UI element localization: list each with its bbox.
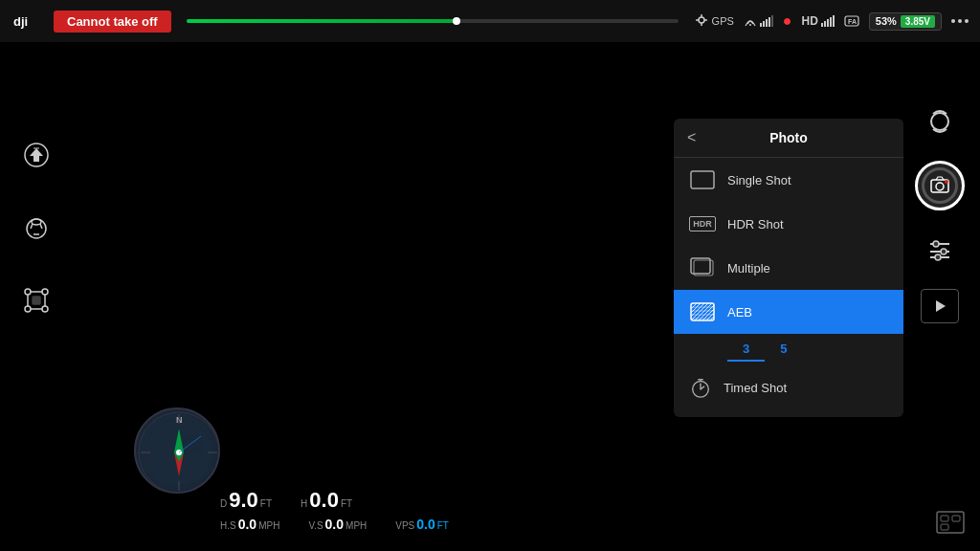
svg-text:FA: FA	[848, 18, 857, 25]
single-shot-label: Single Shot	[727, 173, 791, 187]
svg-point-27	[945, 180, 948, 184]
rc-signal	[744, 14, 773, 28]
hd-signal-bars	[821, 15, 835, 27]
left-controls	[19, 138, 54, 318]
single-shot-item[interactable]: Single Shot	[674, 158, 903, 202]
bottom-right-controls	[936, 511, 965, 538]
hdr-shot-label: HDR Shot	[727, 217, 784, 231]
fa-status: FA	[844, 14, 859, 28]
playback-button[interactable]	[921, 289, 959, 323]
top-bar: dji Cannot take off GPS	[0, 0, 980, 42]
return-home-button[interactable]	[19, 138, 54, 172]
timed-shot-icon	[689, 377, 712, 398]
svg-line-13	[31, 224, 33, 229]
svg-line-58	[179, 436, 201, 452]
svg-rect-23	[33, 297, 40, 304]
battery-percentage: 53%	[876, 15, 897, 27]
altitude-distance-row: D 9.0 FT H 0.0 FT	[220, 488, 449, 513]
vertical-speed-display: V.S 0.0 MPH	[308, 517, 367, 532]
svg-rect-62	[941, 524, 948, 530]
rc-signal-bars	[760, 15, 773, 27]
aeb-icon	[689, 301, 716, 322]
flip-camera-button[interactable]	[918, 99, 962, 143]
gps-status: GPS	[694, 14, 734, 28]
svg-text:dji: dji	[13, 14, 28, 29]
aeb-item[interactable]: AEB	[674, 290, 903, 334]
panel-header: < Photo	[674, 119, 903, 158]
svg-point-26	[936, 183, 944, 190]
main-view: < Photo Single Shot HDR HDR Shot	[0, 42, 980, 551]
hdr-shot-item[interactable]: HDR HDR Shot	[674, 202, 903, 246]
timed-shot-item[interactable]: Timed Shot	[674, 365, 903, 409]
hdr-shot-icon: HDR	[689, 213, 716, 234]
gps-label: GPS	[712, 15, 734, 27]
svg-rect-60	[941, 516, 948, 521]
panel-back-button[interactable]: <	[687, 129, 696, 146]
svg-point-12	[32, 219, 41, 225]
height-display: H 0.0 FT	[301, 488, 352, 513]
camera-settings-button[interactable]	[918, 228, 962, 272]
vps-display: VPS 0.0 FT	[395, 517, 449, 532]
telemetry-display: D 9.0 FT H 0.0 FT H.S 0.0 MPH V.S 0.0 MP…	[220, 488, 449, 532]
drone-status-icon	[19, 283, 54, 318]
distance-display: D 9.0 FT	[220, 488, 272, 513]
svg-point-17	[25, 306, 31, 312]
multiple-icon	[689, 257, 716, 278]
panel-title: Photo	[689, 130, 888, 145]
battery-status: 53% 3.85V	[869, 12, 942, 31]
multiple-item[interactable]: Multiple	[674, 246, 903, 290]
grid-view-button[interactable]	[936, 511, 965, 538]
photo-menu-panel: < Photo Single Shot HDR HDR Shot	[674, 119, 903, 417]
right-controls	[915, 99, 965, 323]
svg-rect-61	[952, 516, 960, 521]
svg-point-24	[931, 113, 948, 130]
shutter-inner-ring	[922, 167, 958, 204]
svg-point-6	[749, 24, 751, 26]
svg-point-1	[699, 17, 704, 23]
progress-fill	[187, 19, 457, 23]
hd-label: HD	[801, 14, 817, 28]
progress-bar	[187, 19, 679, 23]
svg-point-11	[27, 219, 46, 238]
aeb-option-5[interactable]: 5	[765, 338, 802, 362]
more-options-button[interactable]	[951, 19, 969, 23]
svg-rect-35	[691, 171, 714, 188]
progress-indicator	[453, 17, 460, 25]
timed-shot-label: Timed Shot	[724, 381, 787, 395]
aeb-options: 3 5	[712, 334, 903, 365]
svg-line-14	[40, 224, 42, 229]
status-icons: GPS ● HD	[694, 12, 969, 31]
svg-marker-34	[936, 300, 946, 312]
multiple-label: Multiple	[727, 261, 770, 276]
hd-status: HD	[801, 14, 834, 28]
horizontal-speed-display: H.S 0.0 MPH	[220, 517, 279, 532]
compass-circle: N	[134, 408, 220, 494]
svg-point-18	[42, 306, 48, 312]
flight-mode-button[interactable]	[19, 210, 54, 245]
speed-row: H.S 0.0 MPH V.S 0.0 MPH VPS 0.0 FT	[220, 517, 449, 532]
compass: N	[134, 408, 220, 494]
live-indicator: ●	[783, 12, 792, 30]
cannot-takeoff-badge: Cannot take off	[54, 11, 171, 33]
svg-point-31	[941, 249, 947, 254]
dji-logo: dji	[11, 11, 46, 31]
svg-point-33	[935, 254, 941, 260]
aeb-label: AEB	[727, 305, 752, 320]
aeb-option-3[interactable]: 3	[727, 338, 765, 362]
svg-point-29	[933, 241, 939, 247]
battery-voltage: 3.85V	[901, 15, 935, 28]
svg-point-16	[42, 289, 48, 295]
single-shot-icon	[689, 169, 716, 190]
shutter-button[interactable]	[915, 161, 965, 210]
svg-point-15	[25, 289, 31, 295]
